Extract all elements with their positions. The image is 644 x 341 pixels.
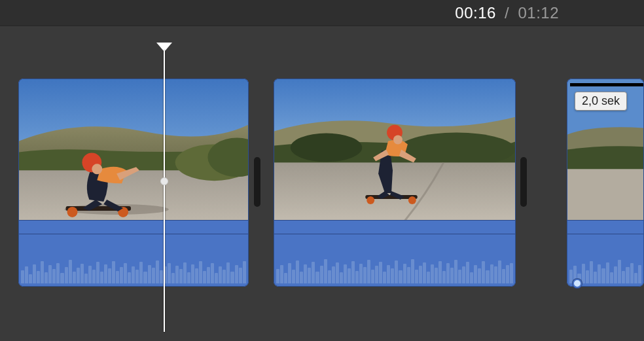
svg-point-4 <box>67 207 78 217</box>
clip-2-thumbnail <box>274 79 515 220</box>
svg-point-12 <box>398 133 515 167</box>
svg-point-15 <box>367 196 374 204</box>
svg-point-11 <box>291 134 362 162</box>
timecode-separator: / <box>505 4 509 22</box>
clip-1-thumbnail <box>19 79 248 220</box>
svg-rect-13 <box>274 162 515 220</box>
playhead-marker-icon <box>156 43 172 52</box>
svg-rect-20 <box>567 169 643 220</box>
timecode-display: 00:16 / 01:12 <box>455 4 559 22</box>
video-editor: 00:16 / 01:12 <box>0 0 644 341</box>
clip-2-audio[interactable] <box>274 220 515 286</box>
audio-keyframe[interactable] <box>573 279 582 288</box>
transition-handle-1[interactable] <box>254 157 260 207</box>
timecode-current: 00:16 <box>455 4 496 22</box>
clip-1-inner <box>18 79 249 287</box>
svg-point-16 <box>408 196 416 204</box>
header-bar: 00:16 / 01:12 <box>0 0 644 26</box>
clip-1[interactable] <box>18 79 249 287</box>
duration-tooltip: 2,0 sek <box>575 92 627 111</box>
timeline[interactable]: 2,0 sek <box>0 26 644 340</box>
clip-2[interactable] <box>274 79 516 287</box>
clip-3-audio[interactable] <box>567 220 643 286</box>
clip-2-inner <box>274 79 516 287</box>
audio-volume-line[interactable] <box>274 234 515 234</box>
transition-handle-2[interactable] <box>520 157 527 207</box>
clip-1-waveform <box>19 256 248 283</box>
clip-2-waveform <box>274 256 515 283</box>
duration-tooltip-text: 2,0 sek <box>582 94 620 107</box>
audio-volume-line[interactable] <box>567 234 643 234</box>
clip-1-audio[interactable] <box>19 220 248 286</box>
svg-point-7 <box>92 164 102 174</box>
svg-point-18 <box>393 135 402 145</box>
audio-volume-line[interactable] <box>19 234 248 234</box>
clip-3-title-bar <box>570 83 643 86</box>
timecode-total: 01:12 <box>518 4 559 22</box>
